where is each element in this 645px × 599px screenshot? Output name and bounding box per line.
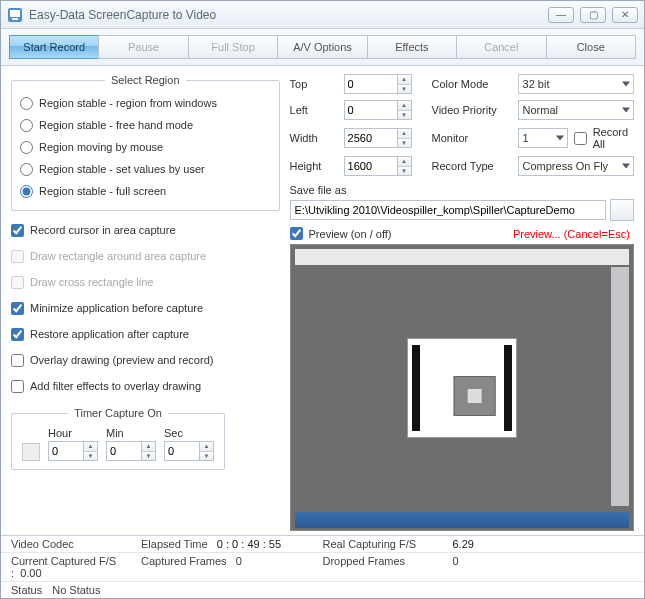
restore-app-check[interactable]: Restore application after capture	[11, 323, 280, 345]
browse-button[interactable]	[610, 199, 634, 221]
start-record-button[interactable]: Start Record	[9, 35, 98, 59]
hour-input[interactable]	[48, 441, 84, 461]
overlay-drawing-check[interactable]: Overlay drawing (preview and record)	[11, 349, 280, 371]
app-icon	[7, 7, 23, 23]
preview-toggle-check[interactable]: Preview (on / off)	[290, 227, 392, 240]
elapsed-time-value: 0 : 0 : 49 : 55	[217, 538, 281, 550]
svg-rect-2	[12, 18, 18, 20]
status-label: Status	[11, 584, 42, 596]
video-codec-label: Video Codec	[11, 538, 141, 550]
width-spinner[interactable]: ▲▼	[398, 128, 412, 148]
status-bar: Video Codec Elapsed Time 0 : 0 : 49 : 55…	[1, 535, 644, 598]
sec-input[interactable]	[164, 441, 200, 461]
region-user-values-option[interactable]: Region stable - set values by user	[20, 158, 271, 180]
timer-capture-group: Timer Capture On Hour ▲▼ Min ▲▼ Sec ▲▼	[11, 407, 225, 470]
hour-spinner[interactable]: ▲▼	[84, 441, 98, 461]
monitor-select[interactable]: 1	[518, 128, 568, 148]
dropped-frames-value: 0	[453, 555, 635, 579]
sec-spinner[interactable]: ▲▼	[200, 441, 214, 461]
timer-legend: Timer Capture On	[68, 407, 168, 419]
left-spinner[interactable]: ▲▼	[398, 100, 412, 120]
filter-effects-check[interactable]: Add filter effects to overlay drawing	[11, 375, 280, 397]
app-window: Easy-Data ScreenCapture to Video — ▢ ✕ S…	[0, 0, 645, 599]
av-options-button[interactable]: A/V Options	[277, 35, 366, 59]
height-label: Height	[290, 160, 338, 172]
min-spinner[interactable]: ▲▼	[142, 441, 156, 461]
record-type-label: Record Type	[432, 160, 512, 172]
min-input[interactable]	[106, 441, 142, 461]
height-spinner[interactable]: ▲▼	[398, 156, 412, 176]
current-fs-value: 0.00	[20, 567, 41, 579]
select-region-group: Select Region Region stable - region fro…	[11, 74, 280, 211]
close-window-button[interactable]: ✕	[612, 7, 638, 23]
captured-frames-value: 0	[236, 555, 242, 567]
hour-label: Hour	[48, 427, 98, 439]
status-value: No Status	[52, 584, 100, 596]
effects-button[interactable]: Effects	[367, 35, 456, 59]
dropped-frames-label: Dropped Frames	[323, 555, 453, 579]
top-label: Top	[290, 78, 338, 90]
top-spinner[interactable]: ▲▼	[398, 74, 412, 94]
height-input[interactable]	[344, 156, 398, 176]
record-cursor-check[interactable]: Record cursor in area capture	[11, 219, 280, 241]
elapsed-time-label: Elapsed Time	[141, 538, 208, 550]
width-label: Width	[290, 132, 338, 144]
min-label: Min	[106, 427, 156, 439]
minimize-window-button[interactable]: —	[548, 7, 574, 23]
maximize-window-button[interactable]: ▢	[580, 7, 606, 23]
color-mode-label: Color Mode	[432, 78, 512, 90]
preview-status-text: Preview... (Cancel=Esc)	[513, 228, 630, 240]
minimize-app-check[interactable]: Minimize application before capture	[11, 297, 280, 319]
close-button[interactable]: Close	[546, 35, 636, 59]
chevron-down-icon	[622, 82, 630, 87]
window-title: Easy-Data ScreenCapture to Video	[29, 8, 548, 22]
color-mode-select[interactable]: 32 bit	[518, 74, 634, 94]
record-type-select[interactable]: Compress On Fly	[518, 156, 634, 176]
record-all-check[interactable]: Record All	[574, 126, 634, 150]
chevron-down-icon	[556, 136, 564, 141]
draw-rectangle-check: Draw rectangle around area capture	[11, 245, 280, 267]
full-stop-button[interactable]: Full Stop	[188, 35, 277, 59]
cancel-button[interactable]: Cancel	[456, 35, 545, 59]
preview-panel	[290, 244, 634, 531]
left-label: Left	[290, 104, 338, 116]
capture-options: Record cursor in area capture Draw recta…	[11, 217, 280, 399]
chevron-down-icon	[622, 108, 630, 113]
captured-frames-label: Captured Frames	[141, 555, 227, 567]
region-freehand-option[interactable]: Region stable - free hand mode	[20, 114, 271, 136]
video-priority-label: Video Priority	[432, 104, 512, 116]
draw-cross-check: Draw cross rectangle line	[11, 271, 280, 293]
sec-label: Sec	[164, 427, 214, 439]
left-input[interactable]	[344, 100, 398, 120]
save-path-input[interactable]	[290, 200, 606, 220]
monitor-label: Monitor	[432, 132, 512, 144]
svg-rect-1	[10, 10, 20, 17]
video-priority-select[interactable]: Normal	[518, 100, 634, 120]
titlebar: Easy-Data ScreenCapture to Video — ▢ ✕	[1, 1, 644, 29]
real-fs-value: 6.29	[453, 538, 635, 550]
pause-button[interactable]: Pause	[98, 35, 187, 59]
region-windows-option[interactable]: Region stable - region from windows	[20, 92, 271, 114]
main-toolbar: Start Record Pause Full Stop A/V Options…	[1, 29, 644, 66]
real-fs-label: Real Capturing F/S	[323, 538, 453, 550]
region-fullscreen-option[interactable]: Region stable - full screen	[20, 180, 271, 202]
select-region-legend: Select Region	[105, 74, 186, 86]
timer-enable-check[interactable]	[22, 443, 40, 461]
region-mouse-option[interactable]: Region moving by mouse	[20, 136, 271, 158]
top-input[interactable]	[344, 74, 398, 94]
width-input[interactable]	[344, 128, 398, 148]
save-as-label: Save file as	[290, 184, 634, 196]
chevron-down-icon	[622, 164, 630, 169]
